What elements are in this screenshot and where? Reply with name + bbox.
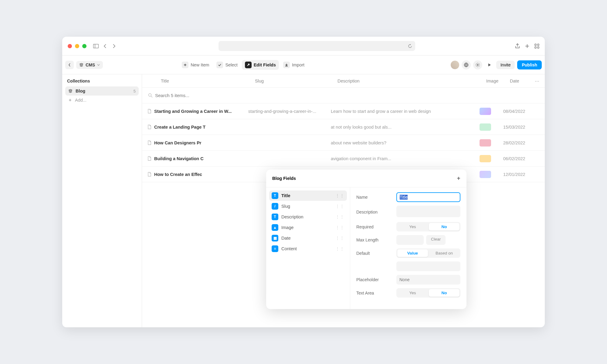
maximize-window-button[interactable] (82, 44, 86, 48)
cms-dropdown[interactable]: CMS (76, 61, 103, 69)
drag-handle-icon[interactable]: ⋮⋮ (335, 225, 344, 230)
row-date: 08/04/2022 (503, 109, 539, 114)
drag-handle-icon[interactable]: ⋮⋮ (335, 236, 344, 241)
field-label: Slug (281, 204, 290, 209)
row-description: avigation component in Fram... (331, 156, 480, 161)
field-type-icon: ▲ (272, 224, 278, 231)
browser-window: CMS New Item Select Edit Fields Import (62, 37, 545, 327)
globe-icon[interactable] (462, 60, 471, 69)
stack-icon (79, 63, 83, 67)
document-icon (148, 140, 154, 145)
field-item[interactable]: ▲Image⋮⋮ (269, 222, 347, 233)
default-basedon[interactable]: Based on (429, 249, 459, 257)
edit-fields-button[interactable]: Edit Fields (242, 60, 279, 70)
traffic-lights (68, 44, 86, 48)
default-value[interactable]: Value (397, 249, 428, 257)
table-row[interactable]: How Can Designers Pr about new website b… (142, 135, 545, 151)
table-row[interactable]: Starting and Growing a Career in W... st… (142, 103, 545, 119)
sidebar-title: Collections (65, 79, 139, 83)
name-label: Name (356, 195, 396, 200)
row-description: Learn how to start and grow a career in … (331, 109, 480, 114)
required-yes[interactable]: Yes (397, 223, 428, 231)
col-date-header[interactable]: Date (510, 79, 530, 83)
document-icon (148, 156, 154, 161)
table-row[interactable]: Building a Navigation C avigation compon… (142, 151, 545, 167)
table-row[interactable]: Create a Landing Page T at not only look… (142, 119, 545, 135)
field-item[interactable]: /Slug⋮⋮ (269, 201, 347, 211)
reload-icon[interactable] (408, 44, 412, 48)
maxlength-input[interactable] (396, 235, 424, 245)
new-item-button[interactable]: New Item (179, 60, 212, 70)
svg-point-8 (149, 94, 151, 96)
add-field-button[interactable]: + (457, 175, 460, 182)
select-label: Select (225, 62, 237, 67)
placeholder-label: Placeholder (356, 277, 396, 282)
required-no[interactable]: No (429, 223, 459, 231)
textarea-no[interactable]: No (429, 289, 459, 297)
field-item[interactable]: TTitle⋮⋮ (269, 190, 347, 201)
play-icon[interactable] (485, 60, 494, 69)
sidebar-toggle-icon[interactable] (92, 42, 100, 50)
close-window-button[interactable] (68, 44, 72, 48)
name-input[interactable] (396, 192, 460, 202)
tabs-icon[interactable] (534, 44, 539, 49)
import-button[interactable]: Import (280, 60, 307, 70)
col-title-header[interactable]: Title (161, 79, 255, 83)
drag-handle-icon[interactable]: ⋮⋮ (335, 246, 344, 251)
app-toolbar: CMS New Item Select Edit Fields Import (62, 56, 545, 74)
back-app-button[interactable] (65, 61, 74, 69)
textarea-toggle[interactable]: Yes No (396, 288, 460, 298)
drag-handle-icon[interactable]: ⋮⋮ (335, 193, 344, 198)
placeholder-input[interactable] (396, 275, 460, 285)
row-date: 06/02/2022 (503, 156, 539, 161)
gear-icon[interactable] (473, 60, 482, 69)
required-toggle[interactable]: Yes No (396, 222, 460, 231)
search-row (142, 88, 545, 103)
row-description: about new website builders? (331, 140, 480, 145)
avatar[interactable] (451, 61, 459, 69)
forward-button[interactable] (110, 42, 118, 50)
sidebar-item-blog[interactable]: Blog 5 (65, 86, 139, 96)
edit-fields-label: Edit Fields (254, 62, 276, 67)
new-tab-icon[interactable] (525, 44, 530, 49)
plus-icon (68, 98, 72, 102)
search-input[interactable] (153, 93, 539, 98)
drag-handle-icon[interactable]: ⋮⋮ (335, 214, 344, 219)
publish-button[interactable]: Publish (517, 60, 542, 69)
col-slug-header[interactable]: Slug (255, 79, 337, 83)
clear-button[interactable]: Clear (426, 235, 446, 245)
row-image (480, 139, 503, 147)
document-icon (148, 125, 154, 129)
description-input[interactable] (396, 206, 460, 217)
field-label: Title (281, 193, 290, 198)
new-item-label: New Item (191, 62, 209, 67)
field-item[interactable]: ▦Date⋮⋮ (269, 233, 347, 243)
textarea-yes[interactable]: Yes (397, 289, 428, 297)
row-title: How to Create an Effec (154, 172, 248, 177)
row-title: Starting and Growing a Career in W... (154, 109, 248, 114)
field-item[interactable]: ≡Content⋮⋮ (269, 244, 347, 254)
field-type-icon: ▦ (272, 235, 278, 241)
dialog-title: Blog Fields (272, 176, 296, 181)
row-image (480, 123, 503, 131)
share-icon[interactable] (515, 43, 520, 49)
select-button[interactable]: Select (213, 60, 240, 70)
description-label: Description (356, 210, 396, 214)
search-icon (148, 93, 153, 98)
back-button[interactable] (101, 42, 109, 50)
field-label: Date (281, 236, 291, 241)
sidebar-add-button[interactable]: Add... (65, 96, 139, 105)
fields-dialog: Blog Fields + TTitle⋮⋮/Slug⋮⋮TDescriptio… (266, 170, 466, 309)
more-columns-icon[interactable]: ⋯ (530, 79, 539, 83)
col-image-header[interactable]: Image (486, 79, 510, 83)
default-toggle[interactable]: Value Based on (396, 248, 460, 258)
col-description-header[interactable]: Description (337, 79, 486, 83)
default-value-input[interactable] (396, 261, 460, 271)
document-icon (148, 172, 154, 177)
minimize-window-button[interactable] (75, 44, 79, 48)
drag-handle-icon[interactable]: ⋮⋮ (335, 204, 344, 209)
invite-button[interactable]: Invite (496, 61, 515, 69)
address-bar[interactable] (219, 41, 415, 51)
field-item[interactable]: TDescription⋮⋮ (269, 212, 347, 222)
svg-rect-3 (537, 44, 539, 46)
